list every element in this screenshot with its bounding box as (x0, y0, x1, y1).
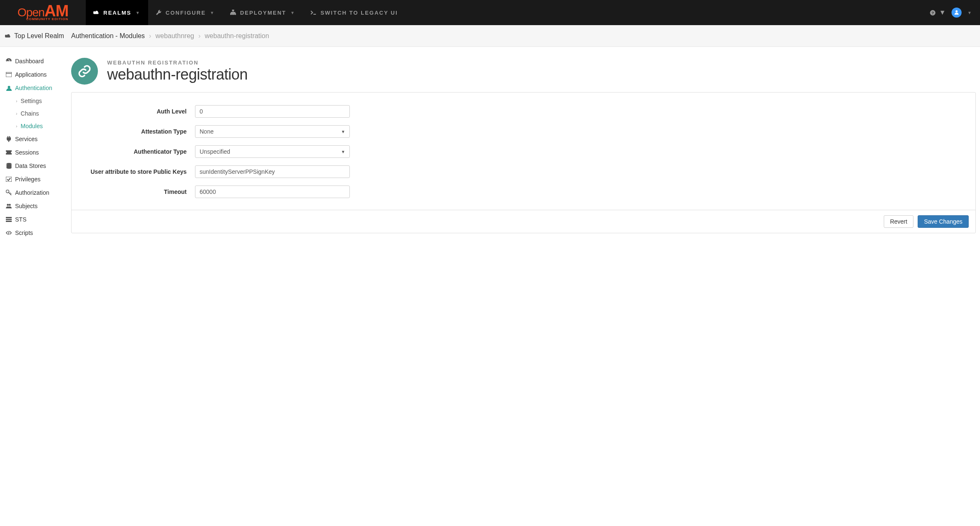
main-layout: Dashboard Applications Authentication › … (0, 47, 980, 242)
nav-legacy[interactable]: SWITCH TO LEGACY UI (303, 0, 405, 25)
link-icon (71, 58, 98, 85)
sidebar-sub-label: Settings (21, 98, 42, 104)
nav-configure[interactable]: CONFIGURE ▼ (148, 0, 223, 25)
sidebar-item-sessions[interactable]: Sessions (4, 146, 71, 159)
save-button[interactable]: Save Changes (918, 215, 969, 228)
sidebar: Dashboard Applications Authentication › … (0, 47, 71, 242)
page-subtitle: WEBAUTHN REGISTRATION (107, 59, 248, 66)
sidebar-item-sts[interactable]: STS (4, 213, 71, 226)
chevron-right-icon: › (149, 32, 151, 40)
help-button[interactable]: ? ▼ (930, 9, 946, 16)
sidebar-label: Authorization (15, 189, 49, 196)
help-icon: ? (930, 10, 936, 15)
key-icon (6, 190, 12, 196)
caret-down-icon: ▼ (290, 10, 295, 15)
sidebar-item-subjects[interactable]: Subjects (4, 199, 71, 213)
breadcrumb: Authentication - Modules › webauthnreg ›… (71, 32, 269, 40)
logo-subtitle: COMMUNITY EDITION (26, 18, 68, 21)
server-icon (6, 217, 12, 222)
revert-button[interactable]: Revert (884, 215, 913, 228)
sidebar-label: Scripts (15, 229, 33, 236)
page-title: webauthn-registration (107, 66, 248, 83)
form-row-timeout: Timeout (80, 186, 967, 198)
chevron-right-icon: › (198, 32, 200, 40)
plug-icon (6, 136, 12, 142)
svg-rect-11 (6, 217, 12, 218)
breadcrumb-mid: webauthnreg (155, 32, 194, 40)
form-row-auth-level: Auth Level (80, 105, 967, 118)
cloud-icon (5, 33, 11, 39)
caret-down-icon: ▼ (210, 10, 215, 15)
sidebar-item-services[interactable]: Services (4, 132, 71, 146)
label-attestation-type: Attestation Type (80, 128, 195, 135)
svg-point-9 (7, 204, 9, 206)
nav-realms[interactable]: REALMS ▼ (86, 0, 148, 25)
sidebar-sub-chains[interactable]: › Chains (14, 107, 71, 120)
wrench-icon (156, 10, 162, 15)
caret-down-icon[interactable]: ▼ (967, 10, 972, 15)
dashboard-icon (6, 58, 12, 64)
input-auth-level[interactable] (195, 105, 350, 118)
label-timeout: Timeout (80, 188, 195, 195)
user-icon (954, 10, 959, 15)
breadcrumb-bar: Top Level Realm Authentication - Modules… (0, 25, 980, 47)
top-navbar: OpenAM COMMUNITY EDITION REALMS ▼ CONFIG… (0, 0, 980, 25)
nav-legacy-label: SWITCH TO LEGACY UI (321, 10, 398, 16)
form-body: Auth Level Attestation Type None ▼ Authe… (72, 93, 975, 210)
sidebar-label: Authentication (15, 85, 52, 91)
sidebar-label: Applications (15, 71, 47, 78)
terminal-icon (310, 10, 316, 15)
sidebar-item-privileges[interactable]: Privileges (4, 173, 71, 186)
logo[interactable]: OpenAM COMMUNITY EDITION (0, 0, 86, 25)
sidebar-label: Sessions (15, 149, 39, 156)
select-attestation-type[interactable]: None ▼ (195, 125, 350, 138)
sidebar-item-scripts[interactable]: Scripts (4, 226, 71, 240)
user-icon (6, 85, 12, 91)
input-timeout[interactable] (195, 186, 350, 198)
cloud-icon (93, 10, 99, 15)
form-row-authenticator-type: Authenticator Type Unspecified ▼ (80, 145, 967, 158)
nav-items: REALMS ▼ CONFIGURE ▼ DEPLOYMENT ▼ SWITCH… (86, 0, 930, 25)
svg-point-2 (956, 10, 958, 13)
select-authenticator-type[interactable]: Unspecified ▼ (195, 145, 350, 158)
sidebar-item-authentication[interactable]: Authentication (4, 81, 71, 95)
nav-right: ? ▼ ▼ (930, 8, 980, 18)
code-icon (6, 230, 12, 236)
svg-text:?: ? (931, 10, 934, 15)
sidebar-label: STS (15, 216, 26, 223)
sitemap-icon (230, 10, 236, 15)
svg-point-5 (8, 86, 10, 88)
form-panel: Auth Level Attestation Type None ▼ Authe… (71, 92, 976, 233)
sidebar-label: Subjects (15, 203, 38, 209)
label-authenticator-type: Authenticator Type (80, 148, 195, 155)
realm-name: Top Level Realm (14, 32, 64, 40)
nav-deployment[interactable]: DEPLOYMENT ▼ (223, 0, 303, 25)
caret-down-icon: ▼ (341, 150, 345, 154)
input-publickey-attr[interactable] (195, 165, 350, 178)
breadcrumb-root[interactable]: Authentication - Modules (71, 32, 145, 40)
sidebar-item-authorization[interactable]: Authorization (4, 186, 71, 199)
sidebar-sub-settings[interactable]: › Settings (14, 95, 71, 107)
chevron-right-icon: › (16, 124, 17, 129)
sidebar-label: Data Stores (15, 162, 46, 169)
users-icon (6, 203, 12, 209)
svg-rect-12 (6, 219, 12, 220)
sidebar-label: Dashboard (15, 58, 44, 64)
sidebar-item-datastores[interactable]: Data Stores (4, 159, 71, 173)
sidebar-auth-submenu: › Settings › Chains › Modules (4, 95, 71, 132)
page-header: WEBAUTHN REGISTRATION webauthn-registrat… (71, 58, 976, 85)
label-publickey-attr: User attribute to store Public Keys (80, 168, 195, 175)
svg-rect-13 (6, 221, 12, 222)
select-value: Unspecified (200, 148, 230, 155)
sidebar-sub-modules[interactable]: › Modules (14, 120, 71, 132)
check-icon (6, 176, 12, 182)
sidebar-sub-label: Modules (21, 123, 43, 129)
caret-down-icon: ▼ (341, 129, 345, 134)
form-row-publickey-attr: User attribute to store Public Keys (80, 165, 967, 178)
sidebar-item-dashboard[interactable]: Dashboard (4, 54, 71, 68)
caret-down-icon: ▼ (136, 10, 141, 15)
sidebar-item-applications[interactable]: Applications (4, 68, 71, 81)
user-button[interactable] (952, 8, 962, 18)
database-icon (6, 163, 12, 169)
realm-label: Top Level Realm (0, 32, 71, 40)
